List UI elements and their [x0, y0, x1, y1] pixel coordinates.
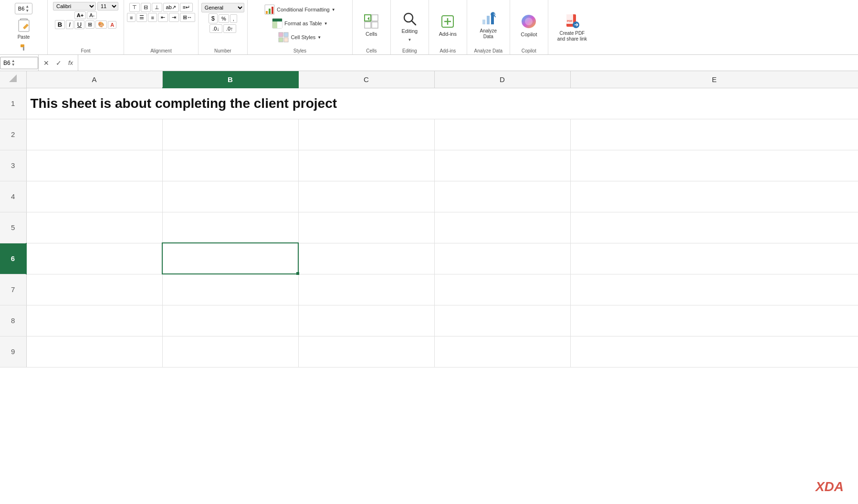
- row-num-2[interactable]: 2: [0, 119, 26, 150]
- cell-B9[interactable]: [162, 336, 298, 367]
- cell-C5[interactable]: [298, 212, 434, 243]
- cell-D3[interactable]: [434, 150, 570, 181]
- font-color-button[interactable]: A: [108, 21, 116, 29]
- cell-styles-button[interactable]: Cell Styles ▼: [276, 31, 324, 44]
- cell-C4[interactable]: [298, 181, 434, 212]
- cell-A1[interactable]: This sheet is about completing the clien…: [26, 88, 858, 119]
- pdf-group-wrapper: PDF Create PDF and share link: [548, 0, 596, 54]
- editing-button[interactable]: Editing: [398, 8, 422, 37]
- cell-E9[interactable]: [570, 336, 858, 367]
- name-box[interactable]: B6 ▲▼: [15, 3, 32, 14]
- formula-input[interactable]: [78, 58, 858, 67]
- cell-D9[interactable]: [434, 336, 570, 367]
- increase-decimal-button[interactable]: .0↑: [223, 24, 236, 33]
- addins-button[interactable]: Add-ins: [435, 11, 460, 40]
- paste-button[interactable]: Paste: [13, 16, 34, 41]
- font-name-select[interactable]: Calibri: [53, 2, 96, 10]
- confirm-formula-button[interactable]: ✓: [54, 58, 63, 68]
- col-header-B[interactable]: B: [162, 71, 298, 88]
- cell-B6-active[interactable]: [162, 243, 298, 274]
- increase-indent-button[interactable]: ⇥: [169, 13, 179, 22]
- cell-B5[interactable]: [162, 212, 298, 243]
- cancel-formula-button[interactable]: ✕: [42, 58, 51, 68]
- cell-B3[interactable]: [162, 150, 298, 181]
- row-num-6[interactable]: 6: [0, 243, 26, 274]
- analyze-data-button[interactable]: Analyze Data: [476, 9, 501, 42]
- cell-E2[interactable]: [570, 119, 858, 150]
- col-header-D[interactable]: D: [434, 71, 570, 88]
- cell-A5[interactable]: [26, 212, 162, 243]
- cell-B2[interactable]: [162, 119, 298, 150]
- cell-E4[interactable]: [570, 181, 858, 212]
- cell-D8[interactable]: [434, 305, 570, 336]
- cell-A4[interactable]: [26, 181, 162, 212]
- cell-C8[interactable]: [298, 305, 434, 336]
- comma-button[interactable]: ,: [230, 14, 237, 23]
- cell-D7[interactable]: [434, 274, 570, 305]
- cell-D2[interactable]: [434, 119, 570, 150]
- row-num-9[interactable]: 9: [0, 336, 26, 367]
- cell-D4[interactable]: [434, 181, 570, 212]
- increase-font-button[interactable]: A+: [74, 11, 86, 19]
- row-num-4[interactable]: 4: [0, 181, 26, 212]
- copilot-button[interactable]: Copilot: [517, 11, 541, 40]
- underline-button[interactable]: U: [74, 20, 84, 29]
- format-painter-button[interactable]: [19, 42, 29, 55]
- cell-B4[interactable]: [162, 181, 298, 212]
- cell-C3[interactable]: [298, 150, 434, 181]
- cell-E8[interactable]: [570, 305, 858, 336]
- cell-A6[interactable]: [26, 243, 162, 274]
- decrease-font-button[interactable]: A-: [87, 11, 97, 19]
- merge-center-button[interactable]: ⊞↔: [180, 13, 195, 22]
- row-num-3[interactable]: 3: [0, 150, 26, 181]
- currency-button[interactable]: $: [209, 13, 218, 23]
- cell-E7[interactable]: [570, 274, 858, 305]
- percent-button[interactable]: %: [219, 14, 229, 23]
- align-top-button[interactable]: ⊤: [129, 3, 140, 12]
- row-num-7[interactable]: 7: [0, 274, 26, 305]
- conditional-formatting-button[interactable]: Conditional Formatting ▼: [262, 3, 338, 16]
- cell-A2[interactable]: [26, 119, 162, 150]
- bold-button[interactable]: B: [55, 20, 65, 29]
- cell-C2[interactable]: [298, 119, 434, 150]
- cell-D6[interactable]: [434, 243, 570, 274]
- cell-A9[interactable]: [26, 336, 162, 367]
- create-pdf-button[interactable]: PDF Create PDF and share link: [554, 11, 591, 44]
- align-center-button[interactable]: ☰: [136, 13, 147, 22]
- cell-C6[interactable]: [298, 243, 434, 274]
- col-header-A[interactable]: A: [26, 71, 162, 88]
- cell-A3[interactable]: [26, 150, 162, 181]
- border-button[interactable]: ⊞: [85, 21, 94, 29]
- col-header-E[interactable]: E: [570, 71, 858, 88]
- format-as-table-button[interactable]: Format as Table ▼: [270, 17, 330, 30]
- row-num-8[interactable]: 8: [0, 305, 26, 336]
- cell-C9[interactable]: [298, 336, 434, 367]
- cell-A8[interactable]: [26, 305, 162, 336]
- cell-B7[interactable]: [162, 274, 298, 305]
- cell-E6[interactable]: [570, 243, 858, 274]
- align-right-button[interactable]: ≡: [148, 13, 157, 22]
- decrease-indent-button[interactable]: ⇤: [158, 13, 168, 22]
- number-format-select[interactable]: General: [201, 3, 244, 12]
- col-header-C[interactable]: C: [298, 71, 434, 88]
- cell-B8[interactable]: [162, 305, 298, 336]
- orientation-button[interactable]: ab↗: [163, 3, 179, 12]
- align-bottom-button[interactable]: ⊥: [152, 3, 162, 12]
- cell-reference-box[interactable]: B6 ▲ ▼: [0, 57, 38, 69]
- align-left-button[interactable]: ≡: [127, 13, 136, 22]
- fill-color-button[interactable]: 🎨: [95, 21, 107, 29]
- align-middle-button[interactable]: ⊟: [141, 3, 151, 12]
- insert-function-button[interactable]: fx: [66, 58, 75, 67]
- cells-button[interactable]: Cells: [360, 11, 383, 40]
- font-size-select[interactable]: 11: [97, 2, 118, 10]
- row-num-1[interactable]: 1: [0, 88, 26, 119]
- cell-E3[interactable]: [570, 150, 858, 181]
- decrease-decimal-button[interactable]: .0↓: [209, 24, 222, 33]
- row-num-5[interactable]: 5: [0, 212, 26, 243]
- wrap-text-button[interactable]: ≡↵: [180, 3, 193, 12]
- cell-A7[interactable]: [26, 274, 162, 305]
- cell-C7[interactable]: [298, 274, 434, 305]
- italic-button[interactable]: I: [66, 20, 73, 29]
- cell-E5[interactable]: [570, 212, 858, 243]
- cell-D5[interactable]: [434, 212, 570, 243]
